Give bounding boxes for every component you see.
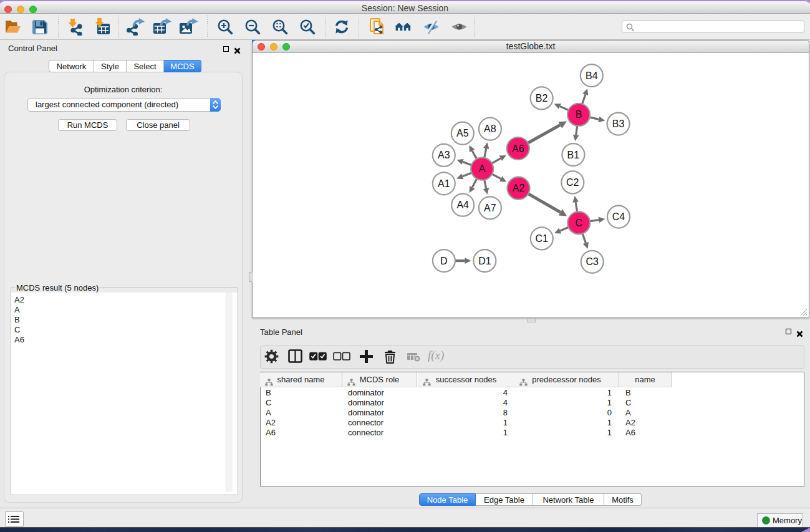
svg-text:D1: D1	[478, 256, 491, 266]
svg-text:C3: C3	[586, 256, 599, 267]
svg-text:A8: A8	[484, 123, 496, 134]
svg-text:A7: A7	[484, 203, 496, 213]
svg-text:A6: A6	[512, 143, 524, 154]
svg-text:A2: A2	[513, 183, 525, 193]
svg-text:A: A	[479, 163, 486, 174]
svg-text:B3: B3	[612, 118, 625, 129]
svg-text:B: B	[576, 109, 582, 120]
svg-text:C4: C4	[612, 211, 625, 222]
svg-text:B1: B1	[567, 150, 580, 160]
svg-text:B4: B4	[586, 70, 598, 81]
svg-text:D: D	[440, 256, 448, 266]
svg-text:A5: A5	[456, 128, 469, 138]
svg-text:A4: A4	[456, 200, 469, 210]
svg-text:A1: A1	[438, 178, 450, 189]
svg-text:C1: C1	[536, 233, 549, 244]
svg-text:C: C	[576, 218, 583, 228]
svg-text:A3: A3	[438, 150, 450, 160]
svg-text:C2: C2	[566, 177, 579, 188]
svg-text:B2: B2	[536, 93, 548, 104]
